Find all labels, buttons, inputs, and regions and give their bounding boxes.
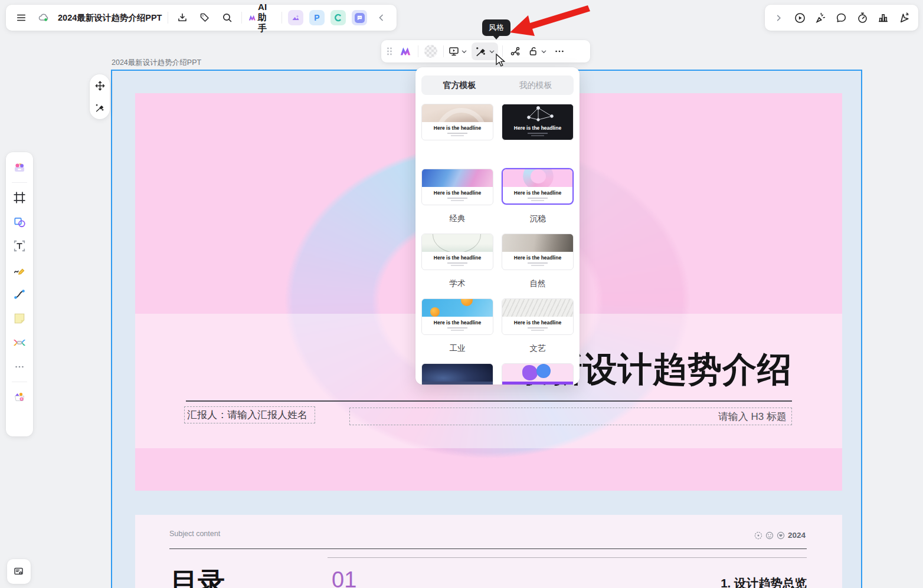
ai-assistant-label: AI助手	[258, 2, 276, 34]
main-menu-button[interactable]	[13, 9, 30, 26]
frame-tool-button[interactable]	[10, 188, 29, 207]
svg-text:b: b	[21, 398, 22, 400]
image-plugin-button[interactable]	[288, 10, 303, 25]
template-flower[interactable]	[502, 363, 574, 385]
tag-button[interactable]	[197, 9, 213, 26]
template-industrial[interactable]: Here is the headline	[421, 234, 493, 270]
header-left-bar: 2024最新设计趋势介绍PPT AI助手 P	[6, 5, 397, 31]
media-library-button[interactable]	[10, 158, 29, 177]
expand-panel-button[interactable]	[771, 9, 787, 26]
left-toolbox: b	[6, 152, 33, 436]
template-tabbar: 官方模板 我的模板	[421, 75, 574, 95]
collapse-header-button[interactable]	[373, 9, 390, 26]
frame-style-button[interactable]	[92, 100, 107, 116]
header-right-bar	[765, 5, 918, 31]
template-dark-abstract[interactable]	[421, 363, 493, 385]
slide-toc[interactable]: Subject content 2024 目录 01 1. 设计趋势总览	[135, 515, 842, 588]
template-label: 学术	[421, 278, 493, 289]
drag-handle[interactable]	[386, 47, 393, 56]
style-brush-icon	[474, 45, 487, 58]
toc-heading[interactable]: 目录	[171, 564, 225, 588]
unlock-icon	[528, 45, 539, 57]
year-label: 2024	[788, 531, 806, 540]
template-minimal[interactable]: Here is the headline	[502, 298, 574, 335]
template-academic[interactable]: Here is the headline	[421, 169, 493, 205]
shapes-tool-button[interactable]	[10, 212, 29, 231]
template-classic[interactable]: Here is the headline	[421, 104, 493, 140]
template-fresh[interactable]: Here is the headline	[421, 298, 493, 335]
frame-title-label[interactable]: 2024最新设计趋势介绍PPT	[112, 58, 201, 68]
chevron-down-icon	[541, 48, 547, 55]
toc-item-1[interactable]: 1. 设计趋势总览	[721, 575, 807, 588]
chart-stats-button[interactable]	[875, 9, 892, 26]
presentation-mode-button[interactable]	[448, 45, 467, 57]
mindmap-tool-button[interactable]	[10, 333, 29, 352]
context-toolbar	[381, 40, 590, 63]
template-label: 自然	[502, 278, 574, 289]
divider	[12, 382, 27, 382]
chevron-down-icon	[461, 48, 467, 55]
flow-convert-button[interactable]	[507, 43, 523, 60]
download-button[interactable]	[174, 9, 191, 26]
tab-my-templates[interactable]: 我的模板	[497, 75, 574, 95]
ai-assistant-button[interactable]: AI助手	[248, 2, 276, 34]
chat-plugin-button[interactable]	[352, 10, 367, 25]
style-button[interactable]	[472, 42, 498, 60]
laser-pointer-button[interactable]	[896, 9, 912, 26]
red-annotation-arrow	[510, 5, 590, 36]
celebrate-button[interactable]	[813, 9, 829, 26]
divider	[418, 45, 418, 57]
document-title[interactable]: 2024最新设计趋势介绍PPT	[58, 12, 162, 24]
ai-logo-icon	[248, 11, 257, 24]
pen-tool-button[interactable]	[10, 261, 29, 280]
divider	[443, 45, 444, 57]
toc-number[interactable]: 01	[332, 567, 356, 588]
comments-button[interactable]	[833, 9, 850, 26]
smiley-icon	[765, 531, 774, 540]
chevron-down-icon	[489, 48, 495, 55]
template-label: 文艺	[502, 343, 574, 354]
checker-icon	[424, 45, 437, 58]
ai-generate-button[interactable]	[397, 43, 414, 60]
c-plugin-button[interactable]	[330, 10, 346, 25]
subject-note[interactable]: Subject content	[169, 530, 220, 538]
move-frame-button[interactable]	[92, 78, 107, 93]
template-steady[interactable]: Here is the headline	[502, 104, 574, 140]
template-label: 经典	[421, 213, 493, 224]
heart-icon	[777, 531, 785, 540]
frame-controls	[90, 74, 110, 119]
timer-button[interactable]	[854, 9, 870, 26]
divider	[282, 12, 282, 24]
search-button[interactable]	[219, 9, 235, 26]
style-tooltip: 风格	[482, 19, 510, 36]
style-template-panel: 官方模板 我的模板 Here is the headline Here is t…	[415, 67, 580, 385]
badge-icon	[754, 531, 762, 540]
slides-panel-button[interactable]	[7, 559, 31, 584]
title-underline	[186, 400, 792, 402]
text-tool-button[interactable]	[10, 236, 29, 255]
template-label: 工业	[421, 343, 493, 354]
template-label: 沉稳	[502, 213, 574, 224]
more-tools-button[interactable]	[10, 357, 29, 376]
tab-official-templates[interactable]: 官方模板	[421, 75, 497, 95]
connector-tool-button[interactable]	[10, 285, 29, 304]
divider	[12, 182, 27, 183]
divider	[168, 12, 168, 24]
cloud-sync-icon	[35, 9, 52, 26]
divider-line	[169, 548, 807, 549]
monitor-icon	[448, 45, 460, 57]
reporter-field[interactable]: 汇报人：请输入汇报人姓名	[184, 406, 315, 423]
h3-field[interactable]: 请输入 H3 标题	[349, 408, 792, 425]
p-plugin-button[interactable]: P	[309, 10, 325, 25]
transparency-fill-button[interactable]	[423, 43, 439, 60]
present-play-button[interactable]	[791, 9, 808, 26]
lock-button[interactable]	[528, 45, 547, 57]
template-artsy[interactable]: Here is the headline	[502, 234, 574, 270]
sticky-note-button[interactable]	[10, 309, 29, 328]
more-options-button[interactable]	[551, 43, 568, 60]
divider-line	[328, 557, 807, 558]
divider	[502, 45, 503, 57]
template-nature-selected[interactable]: Here is the headline	[502, 168, 574, 205]
plugin-box-button[interactable]: b	[10, 387, 29, 406]
divider	[241, 12, 242, 24]
